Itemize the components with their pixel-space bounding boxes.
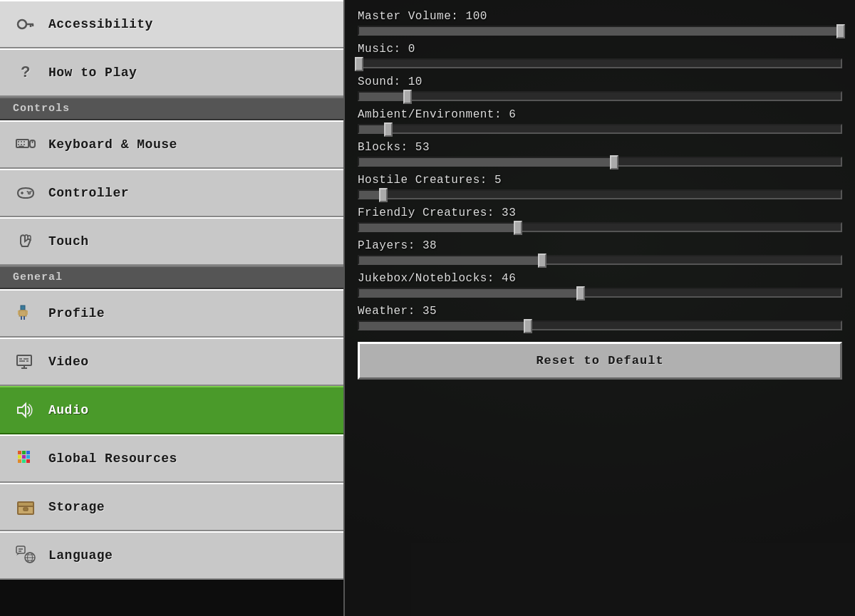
slider-row-sound: Sound: 10 bbox=[358, 75, 842, 101]
slider-label-players: Players: 38 bbox=[358, 239, 842, 252]
sidebar-item-controller-label: Controller bbox=[48, 186, 129, 200]
svg-point-17 bbox=[31, 191, 32, 192]
general-section-label: General bbox=[0, 266, 343, 289]
question-icon: ? bbox=[13, 60, 38, 85]
slider-thumb-blocks[interactable] bbox=[610, 155, 618, 169]
keyboard-icon bbox=[13, 132, 38, 157]
svg-rect-35 bbox=[22, 451, 26, 454]
storage-icon bbox=[13, 494, 38, 520]
video-icon bbox=[13, 349, 38, 375]
svg-point-18 bbox=[27, 191, 28, 192]
slider-track-friendly-creatures[interactable] bbox=[358, 222, 842, 232]
sidebar-item-video[interactable]: Video bbox=[0, 338, 343, 386]
slider-label-hostile-creatures: Hostile Creatures: 5 bbox=[358, 174, 842, 187]
sidebar-item-video-label: Video bbox=[48, 355, 89, 369]
sidebar-item-controller[interactable]: Controller bbox=[0, 169, 343, 217]
svg-rect-45 bbox=[24, 508, 28, 511]
reset-to-default-button[interactable]: Reset to Default bbox=[358, 342, 842, 380]
sidebar-item-global-resources[interactable]: Global Resources bbox=[0, 434, 343, 483]
sidebar: Accessibility ? How to Play Controls bbox=[0, 0, 345, 616]
profile-icon bbox=[13, 301, 38, 326]
sidebar-item-keyboard-mouse-label: Keyboard & Mouse bbox=[48, 137, 177, 152]
slider-label-weather: Weather: 35 bbox=[358, 305, 842, 318]
slider-thumb-ambient-environment[interactable] bbox=[384, 122, 393, 137]
svg-rect-26 bbox=[17, 355, 31, 365]
sidebar-item-global-resources-label: Global Resources bbox=[48, 451, 177, 466]
svg-rect-36 bbox=[26, 451, 30, 454]
slider-label-friendly-creatures: Friendly Creatures: 33 bbox=[358, 207, 842, 219]
svg-rect-39 bbox=[26, 455, 30, 459]
key-icon bbox=[13, 11, 38, 37]
slider-label-sound: Sound: 10 bbox=[358, 75, 842, 88]
slider-thumb-friendly-creatures[interactable] bbox=[514, 221, 522, 235]
slider-label-music: Music: 0 bbox=[358, 43, 842, 56]
slider-thumb-jukebox-noteblocks[interactable] bbox=[576, 286, 585, 301]
sidebar-item-touch[interactable]: Touch bbox=[0, 217, 343, 266]
sidebar-item-storage-label: Storage bbox=[48, 500, 105, 514]
svg-point-0 bbox=[18, 20, 26, 28]
svg-rect-21 bbox=[19, 310, 26, 316]
slider-thumb-hostile-creatures[interactable] bbox=[379, 188, 388, 202]
svg-rect-38 bbox=[22, 455, 26, 459]
slider-thumb-sound[interactable] bbox=[403, 90, 412, 104]
sidebar-item-keyboard-mouse[interactable]: Keyboard & Mouse bbox=[0, 120, 343, 169]
slider-track-sound[interactable] bbox=[358, 91, 842, 101]
slider-track-blocks[interactable] bbox=[358, 157, 842, 167]
svg-rect-25 bbox=[24, 316, 25, 320]
slider-thumb-players[interactable] bbox=[538, 254, 546, 268]
slider-thumb-weather[interactable] bbox=[524, 319, 532, 333]
slider-track-weather[interactable] bbox=[358, 320, 842, 330]
svg-rect-44 bbox=[18, 502, 33, 506]
controller-icon bbox=[13, 180, 38, 206]
svg-rect-37 bbox=[18, 455, 21, 459]
sidebar-item-language-label: Language bbox=[48, 548, 113, 563]
slider-row-master-volume: Master Volume: 100 bbox=[358, 10, 842, 36]
slider-row-music: Music: 0 bbox=[358, 43, 842, 68]
svg-marker-33 bbox=[18, 404, 26, 417]
slider-track-jukebox-noteblocks[interactable] bbox=[358, 288, 842, 298]
slider-track-master-volume[interactable] bbox=[358, 26, 842, 36]
slider-row-players: Players: 38 bbox=[358, 239, 842, 265]
slider-row-ambient-environment: Ambient/Environment: 6 bbox=[358, 108, 842, 134]
resources-icon bbox=[13, 446, 38, 471]
sidebar-item-audio[interactable]: Audio bbox=[0, 386, 343, 434]
sidebar-item-accessibility-label: Accessibility bbox=[48, 17, 153, 31]
language-icon bbox=[13, 543, 38, 568]
slider-row-blocks: Blocks: 53 bbox=[358, 141, 842, 167]
slider-track-hostile-creatures[interactable] bbox=[358, 189, 842, 199]
slider-row-friendly-creatures: Friendly Creatures: 33 bbox=[358, 207, 842, 232]
slider-row-jukebox-noteblocks: Jukebox/Noteblocks: 46 bbox=[358, 272, 842, 298]
sidebar-item-language[interactable]: Language bbox=[0, 531, 343, 580]
slider-label-jukebox-noteblocks: Jukebox/Noteblocks: 46 bbox=[358, 272, 842, 285]
svg-rect-40 bbox=[18, 459, 21, 463]
slider-row-weather: Weather: 35 bbox=[358, 305, 842, 330]
slider-row-hostile-creatures: Hostile Creatures: 5 bbox=[358, 174, 842, 199]
controls-section-label: Controls bbox=[0, 97, 343, 120]
audio-icon bbox=[13, 397, 38, 423]
svg-rect-42 bbox=[26, 459, 30, 463]
slider-thumb-music[interactable] bbox=[355, 57, 363, 71]
slider-thumb-master-volume[interactable] bbox=[836, 24, 845, 38]
sidebar-item-profile[interactable]: Profile bbox=[0, 289, 343, 338]
sidebar-item-how-to-play-label: How to Play bbox=[48, 66, 137, 80]
svg-rect-23 bbox=[26, 310, 28, 315]
slider-track-players[interactable] bbox=[358, 255, 842, 265]
sidebar-item-audio-label: Audio bbox=[48, 403, 89, 417]
slider-label-ambient-environment: Ambient/Environment: 6 bbox=[358, 108, 842, 121]
svg-rect-22 bbox=[18, 310, 19, 315]
svg-point-16 bbox=[28, 192, 31, 194]
sidebar-item-profile-label: Profile bbox=[48, 306, 105, 320]
sidebar-item-storage[interactable]: Storage bbox=[0, 483, 343, 531]
slider-label-blocks: Blocks: 53 bbox=[358, 141, 842, 154]
slider-track-ambient-environment[interactable] bbox=[358, 124, 842, 134]
slider-track-music[interactable] bbox=[358, 58, 842, 68]
sidebar-item-touch-label: Touch bbox=[48, 234, 89, 249]
sidebar-item-accessibility[interactable]: Accessibility bbox=[0, 0, 343, 48]
svg-rect-19 bbox=[21, 306, 25, 310]
touch-icon bbox=[13, 229, 38, 254]
audio-content-panel: Master Volume: 100Music: 0Sound: 10Ambie… bbox=[345, 0, 855, 616]
sidebar-item-how-to-play[interactable]: ? How to Play bbox=[0, 48, 343, 97]
svg-rect-41 bbox=[22, 459, 26, 463]
slider-label-master-volume: Master Volume: 100 bbox=[358, 10, 842, 23]
svg-rect-24 bbox=[21, 316, 22, 320]
